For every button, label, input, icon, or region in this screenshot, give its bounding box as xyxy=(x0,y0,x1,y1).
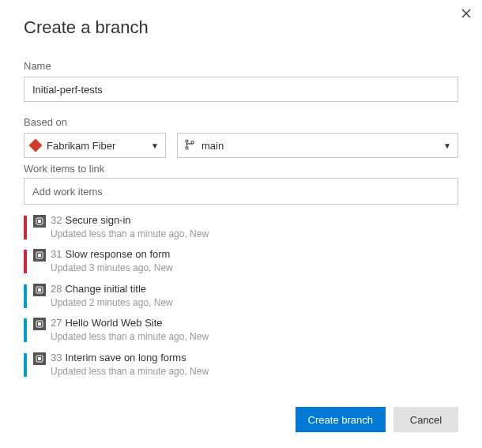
svg-point-0 xyxy=(186,140,188,142)
create-branch-button[interactable]: Create branch xyxy=(296,407,386,432)
source-branch-dropdown[interactable]: main ▼ xyxy=(177,133,458,158)
work-item-id: 32 xyxy=(51,214,62,226)
work-item-title: 27Hello World Web Site xyxy=(51,317,209,330)
svg-rect-6 xyxy=(38,254,41,257)
svg-rect-10 xyxy=(38,322,41,326)
cancel-button[interactable]: Cancel xyxy=(394,407,458,432)
work-item-subtitle: Updated less than a minute ago, New xyxy=(51,228,209,241)
work-item[interactable]: 31Slow response on formUpdated 3 minutes… xyxy=(24,245,458,279)
svg-rect-4 xyxy=(38,220,41,223)
repo-name: Fabrikam Fiber xyxy=(47,140,115,152)
work-items-input[interactable]: Add work items xyxy=(24,178,458,205)
name-label: Name xyxy=(24,60,458,72)
work-item-type-icon xyxy=(33,318,46,330)
work-item[interactable]: 28Change initial titleUpdated 2 minutes … xyxy=(24,280,458,314)
work-item-type-icon xyxy=(33,215,46,228)
dialog-title: Create a branch xyxy=(24,17,458,38)
svg-point-1 xyxy=(186,146,188,149)
work-item-title-text: Slow response on form xyxy=(65,248,170,260)
work-item-subtitle: Updated 2 minutes ago, New xyxy=(51,297,173,310)
work-item[interactable]: 27Hello World Web SiteUpdated less than … xyxy=(24,314,458,348)
work-item-title-text: Secure sign-in xyxy=(65,214,130,226)
work-item-color-bar xyxy=(24,284,27,308)
repo-dropdown[interactable]: Fabrikam Fiber ▼ xyxy=(24,133,166,158)
work-item-title-text: Interim save on long forms xyxy=(65,352,186,363)
branch-icon xyxy=(184,139,195,152)
work-item-color-bar xyxy=(24,216,27,239)
work-item-color-bar xyxy=(24,318,27,342)
work-item-subtitle: Updated less than a minute ago, New xyxy=(51,331,209,344)
work-items-label: Work items to link xyxy=(24,163,458,175)
work-item-color-bar xyxy=(24,250,27,273)
work-item-title: 32Secure sign-in xyxy=(51,214,209,228)
based-on-label: Based on xyxy=(24,116,458,128)
chevron-down-icon: ▼ xyxy=(443,141,451,150)
work-item-title: 28Change initial title xyxy=(51,283,173,296)
work-item-type-icon xyxy=(33,352,46,365)
work-item[interactable]: 32Secure sign-inUpdated less than a minu… xyxy=(24,211,458,245)
work-item-id: 28 xyxy=(51,283,62,295)
repo-icon xyxy=(29,139,43,152)
work-item-color-bar xyxy=(24,353,27,377)
work-item-title-text: Change initial title xyxy=(65,283,146,295)
work-item-subtitle: Updated less than a minute ago, New xyxy=(51,366,209,378)
work-item-subtitle: Updated 3 minutes ago, New xyxy=(51,262,173,275)
work-item-id: 33 xyxy=(51,352,62,363)
svg-rect-8 xyxy=(38,288,41,292)
branch-name-input[interactable] xyxy=(24,77,458,102)
work-item-id: 27 xyxy=(51,317,62,329)
work-item-type-icon xyxy=(33,284,46,296)
work-item-id: 31 xyxy=(51,248,62,260)
work-item-title-text: Hello World Web Site xyxy=(65,317,162,329)
work-item-list: 32Secure sign-inUpdated less than a minu… xyxy=(24,211,458,382)
work-items-placeholder: Add work items xyxy=(32,186,103,198)
work-item-type-icon xyxy=(33,249,46,262)
source-branch-name: main xyxy=(201,140,224,152)
work-item-title: 31Slow response on form xyxy=(51,248,173,262)
close-icon[interactable] xyxy=(461,8,471,21)
svg-rect-12 xyxy=(38,357,41,360)
work-item-title: 33Interim save on long forms xyxy=(51,352,209,365)
work-item[interactable]: 33Interim save on long formsUpdated less… xyxy=(24,348,458,382)
chevron-down-icon: ▼ xyxy=(151,141,159,150)
